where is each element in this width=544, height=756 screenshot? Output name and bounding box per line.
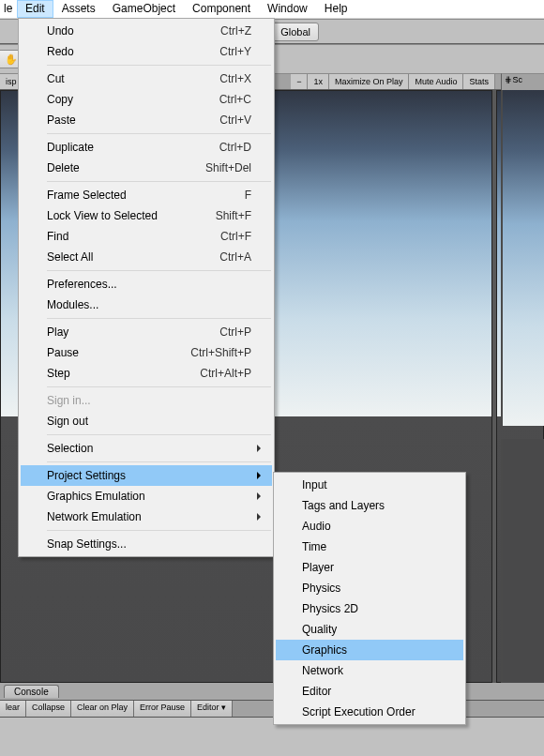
menu-separator	[47, 530, 271, 531]
menubar-item-le[interactable]: le	[0, 0, 17, 18]
scene-view-strip: ⋕ Sc Shad	[501, 73, 544, 683]
menu-item-label: Delete	[47, 161, 205, 174]
menu-item-copy[interactable]: CopyCtrl+C	[21, 89, 272, 110]
submenu-project-settings: InputTags and LayersAudioTimePlayerPhysi…	[273, 472, 466, 725]
submenu-item-audio[interactable]: Audio	[276, 516, 463, 537]
menu-item-shortcut: Ctrl+A	[219, 250, 251, 264]
menubar-item-help[interactable]: Help	[316, 0, 356, 18]
menu-item-delete[interactable]: DeleteShift+Del	[21, 158, 272, 178]
console-btn-error-pause[interactable]: Error Pause	[134, 701, 191, 717]
menu-item-play[interactable]: PlayCtrl+P	[21, 322, 272, 342]
menu-item-shortcut: Ctrl+Shift+P	[190, 346, 251, 359]
menu-item-label: Cut	[47, 72, 219, 85]
console-btn-lear[interactable]: lear	[0, 701, 26, 717]
submenu-item-label: Script Execution Order	[302, 705, 443, 718]
menu-item-shortcut: Ctrl+X	[219, 72, 251, 85]
menu-item-shortcut: Ctrl+Alt+P	[200, 367, 251, 380]
menu-item-label: Frame Selected	[47, 189, 245, 202]
submenu-item-player[interactable]: Player	[276, 557, 463, 578]
menu-item-sign-out[interactable]: Sign out	[21, 411, 272, 431]
submenu-item-physics-2d[interactable]: Physics 2D	[276, 598, 463, 619]
menu-separator	[47, 65, 271, 66]
menu-separator	[47, 434, 271, 435]
menubar-item-edit[interactable]: Edit	[17, 0, 53, 18]
submenu-item-editor[interactable]: Editor	[276, 681, 463, 702]
menubar-item-gameobject[interactable]: GameObject	[104, 0, 184, 18]
submenu-item-graphics[interactable]: Graphics	[276, 640, 463, 660]
menu-item-step[interactable]: StepCtrl+Alt+P	[21, 363, 272, 384]
menu-item-undo[interactable]: UndoCtrl+Z	[21, 21, 272, 41]
btn-max-on-play[interactable]: Maximize On Play	[329, 74, 410, 89]
menu-item-lock-view-to-selected[interactable]: Lock View to SelectedShift+F	[21, 205, 272, 226]
menubar-item-assets[interactable]: Assets	[53, 0, 104, 18]
submenu-item-input[interactable]: Input	[276, 475, 463, 495]
menu-item-shortcut: Ctrl+D	[219, 141, 251, 154]
menu-item-find[interactable]: FindCtrl+F	[21, 226, 272, 247]
menu-item-label: Play	[47, 325, 219, 339]
menu-item-label: Redo	[47, 45, 219, 58]
menu-item-label: Modules...	[47, 298, 251, 311]
menubar-item-window[interactable]: Window	[259, 0, 316, 18]
scene-prefix: Sc	[513, 75, 523, 84]
tab-console[interactable]: Console	[4, 685, 59, 698]
submenu-item-network[interactable]: Network	[276, 660, 463, 681]
menu-item-label: Duplicate	[47, 141, 219, 154]
menu-item-selection[interactable]: Selection	[21, 438, 272, 459]
menu-item-label: Pause	[47, 346, 190, 359]
submenu-item-tags-and-layers[interactable]: Tags and Layers	[276, 495, 463, 516]
btn-global[interactable]: Global	[272, 23, 319, 41]
menu-separator	[47, 386, 271, 387]
submenu-item-label: Physics 2D	[302, 602, 443, 615]
menu-item-shortcut: Ctrl+Y	[219, 45, 251, 58]
menu-item-paste[interactable]: PasteCtrl+V	[21, 110, 272, 130]
menu-item-redo[interactable]: RedoCtrl+Y	[21, 41, 272, 62]
menu-separator	[47, 318, 271, 319]
console-btn-clear-on-play[interactable]: Clear on Play	[71, 701, 134, 717]
menu-item-cut[interactable]: CutCtrl+X	[21, 68, 272, 89]
submenu-item-label: Input	[302, 478, 443, 491]
menu-item-shortcut: Ctrl+C	[219, 93, 251, 106]
btn-stats[interactable]: Stats	[463, 74, 495, 89]
menu-item-snap-settings[interactable]: Snap Settings...	[21, 534, 272, 554]
panel-splitter[interactable]	[491, 90, 497, 683]
menu-item-label: Select All	[47, 250, 219, 264]
submenu-item-time[interactable]: Time	[276, 537, 463, 557]
menu-item-frame-selected[interactable]: Frame SelectedF	[21, 185, 272, 205]
submenu-item-label: Graphics	[302, 643, 443, 657]
menu-item-shortcut: Shift+Del	[205, 161, 251, 174]
menu-item-shortcut: Shift+F	[216, 209, 251, 222]
submenu-item-label: Physics	[302, 582, 443, 595]
menu-separator	[47, 461, 271, 462]
menu-item-label: Sign in...	[47, 394, 251, 407]
console-btn-collapse[interactable]: Collapse	[26, 701, 71, 717]
menu-item-label: Lock View to Selected	[47, 209, 216, 222]
menu-item-label: Preferences...	[47, 278, 251, 291]
menu-separator	[47, 181, 271, 182]
menu-item-modules[interactable]: Modules...	[21, 295, 272, 315]
menu-item-label: Find	[47, 230, 220, 243]
submenu-item-physics[interactable]: Physics	[276, 578, 463, 598]
submenu-item-quality[interactable]: Quality	[276, 619, 463, 640]
submenu-item-script-execution-order[interactable]: Script Execution Order	[276, 702, 463, 722]
menu-item-project-settings[interactable]: Project Settings	[21, 465, 272, 486]
submenu-item-label: Editor	[302, 685, 443, 698]
menu-item-preferences[interactable]: Preferences...	[21, 274, 272, 295]
scale-label: 1x	[308, 74, 329, 89]
submenu-item-label: Player	[302, 561, 443, 574]
menu-item-label: Project Settings	[47, 469, 251, 482]
menu-item-network-emulation[interactable]: Network Emulation	[21, 507, 272, 527]
console-btn-editor-[interactable]: Editor ▾	[191, 701, 233, 717]
menu-item-shortcut: Ctrl+P	[219, 325, 251, 339]
zoom-out[interactable]: −	[291, 74, 308, 89]
menu-item-label: Network Emulation	[47, 510, 251, 523]
menu-item-pause[interactable]: PauseCtrl+Shift+P	[21, 342, 272, 363]
menu-item-select-all[interactable]: Select AllCtrl+A	[21, 247, 272, 267]
submenu-item-label: Time	[302, 540, 443, 553]
submenu-item-label: Audio	[302, 520, 443, 533]
menu-item-label: Copy	[47, 93, 219, 106]
menubar-item-component[interactable]: Component	[184, 0, 259, 18]
menu-item-duplicate[interactable]: DuplicateCtrl+D	[21, 137, 272, 158]
menubar: leEditAssetsGameObjectComponentWindowHel…	[0, 0, 544, 19]
btn-mute-audio[interactable]: Mute Audio	[409, 74, 463, 89]
menu-item-graphics-emulation[interactable]: Graphics Emulation	[21, 486, 272, 507]
